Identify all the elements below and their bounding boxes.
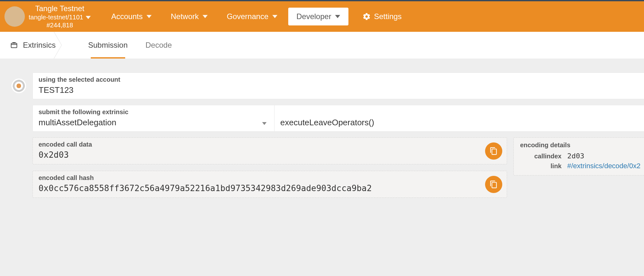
encoded-call-hash: encoded call hash 0x0cc576ca8558ff3672c5… (32, 171, 507, 198)
top-nav-bar: Tangle Testnet tangle-testnet/1101 #244,… (0, 0, 644, 32)
call-data-value: 0x2d03 (39, 150, 501, 160)
details-callindex-value: 2d03 (567, 152, 584, 160)
copy-call-hash-button[interactable] (485, 176, 502, 193)
account-row: using the selected account TEST123 (11, 72, 644, 99)
breadcrumb-separator (61, 32, 79, 59)
field-label: using the selected account (39, 76, 644, 83)
encoded-call-data: encoded call data 0x2d03 (32, 137, 507, 164)
call-hash-value: 0x0cc576ca8558ff3672c56a4979a52216a1bd97… (39, 183, 501, 193)
call-value: executeLeaveOperators() (280, 110, 374, 128)
pallet-select[interactable]: submit the following extrinsic multiAsse… (32, 105, 275, 132)
encoded-section: encoded call data 0x2d03 encoded call ha… (32, 137, 644, 198)
nav-label: Developer (297, 12, 331, 21)
network-selector[interactable]: Tangle Testnet tangle-testnet/1101 #244,… (29, 4, 91, 29)
extrinsics-icon (10, 41, 18, 49)
gear-icon (362, 12, 371, 21)
tab-decode[interactable]: Decode (137, 32, 181, 59)
details-decode-link[interactable]: #/extrinsics/decode/0x2 (567, 162, 640, 170)
account-name: TEST123 (39, 85, 644, 95)
breadcrumb-label: Extrinsics (23, 41, 56, 50)
network-name: Tangle Testnet (35, 4, 84, 13)
account-identicon[interactable] (11, 79, 26, 93)
pallet-value: multiAssetDelegation (39, 118, 268, 128)
nav-label: Settings (374, 12, 402, 21)
chevron-down-icon (272, 15, 277, 18)
chevron-down-icon (86, 16, 91, 19)
details-title: encoding details (520, 141, 644, 149)
nav-governance[interactable]: Governance (218, 8, 286, 25)
copy-call-data-button[interactable] (485, 142, 502, 160)
copy-icon (490, 147, 498, 155)
breadcrumb-root[interactable]: Extrinsics (4, 32, 61, 59)
tab-label: Decode (146, 41, 172, 50)
tab-label: Submission (88, 41, 128, 50)
chain-logo[interactable] (4, 6, 25, 27)
extrinsic-row: submit the following extrinsic multiAsse… (32, 105, 644, 132)
field-label: submit the following extrinsic (39, 108, 268, 116)
details-link-label: link (520, 162, 562, 170)
svg-rect-0 (11, 43, 17, 48)
encoding-details: encoding details callindex 2d03 link #/e… (513, 137, 644, 176)
nav-accounts[interactable]: Accounts (103, 8, 160, 25)
nav-developer[interactable]: Developer (288, 8, 348, 25)
details-callindex-label: callindex (520, 153, 562, 160)
call-select[interactable]: executeLeaveOperators() (275, 105, 644, 132)
nav-settings[interactable]: Settings (354, 8, 410, 25)
chevron-down-icon (203, 15, 208, 18)
tab-submission[interactable]: Submission (79, 32, 137, 59)
main-content: using the selected account TEST123 submi… (0, 59, 644, 198)
block-number: #244,818 (47, 21, 73, 29)
chevron-down-icon (335, 15, 340, 18)
copy-icon (490, 180, 498, 189)
sub-nav-bar: Extrinsics Submission Decode (0, 32, 644, 59)
network-spec: tangle-testnet/1101 (29, 13, 83, 21)
nav-label: Network (171, 12, 199, 21)
chevron-down-icon (147, 15, 152, 18)
nav-network[interactable]: Network (162, 8, 216, 25)
nav-label: Accounts (111, 12, 143, 21)
field-label: encoded call hash (39, 174, 501, 182)
nav-label: Governance (227, 12, 268, 21)
account-select[interactable]: using the selected account TEST123 (32, 72, 644, 99)
chevron-down-icon (262, 122, 267, 125)
field-label: encoded call data (39, 141, 501, 148)
main-nav: Accounts Network Governance Developer Se… (103, 8, 410, 25)
